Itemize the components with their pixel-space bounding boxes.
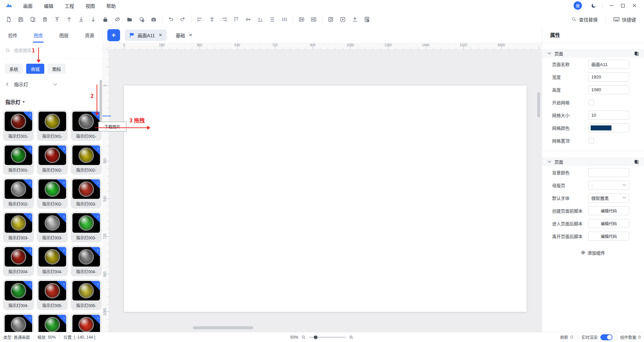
section-header[interactable]: 页面 bbox=[542, 157, 644, 166]
filter-button[interactable]: 商城 bbox=[26, 64, 44, 74]
color-picker[interactable] bbox=[588, 123, 629, 132]
panel-tab-4[interactable]: 资源 bbox=[84, 27, 96, 43]
property-input[interactable] bbox=[588, 168, 629, 177]
gallery-item[interactable]: ↓ bbox=[3, 313, 34, 332]
move-bottom-icon[interactable] bbox=[75, 13, 87, 25]
record-icon[interactable] bbox=[337, 13, 349, 25]
gallery-item[interactable]: ↓ bbox=[71, 313, 102, 332]
add-component-button[interactable]: ⊕ 添加组件 bbox=[542, 245, 644, 260]
doc-tab[interactable]: 基础 ✕ bbox=[171, 30, 197, 41]
copy-section-icon[interactable] bbox=[634, 51, 639, 56]
property-input[interactable] bbox=[588, 60, 629, 69]
menu-item[interactable]: 编辑 bbox=[38, 2, 59, 9]
gallery-section-title[interactable]: 指示灯 ▾ bbox=[0, 98, 102, 105]
gallery-item[interactable]: ↓指示灯001- bbox=[3, 110, 34, 141]
move-down-icon[interactable] bbox=[87, 13, 99, 25]
property-checkbox[interactable] bbox=[588, 100, 594, 105]
dark-mode-icon[interactable] bbox=[589, 3, 599, 8]
doc-tab-active[interactable]: 画面A11 ✕ bbox=[125, 30, 167, 41]
align-hcenter-icon[interactable] bbox=[206, 13, 218, 25]
gallery-item[interactable]: ↓指示灯002- bbox=[3, 178, 34, 209]
canvas-area[interactable]: 03605407209001080 0180360540720900108012… bbox=[102, 43, 542, 332]
property-input[interactable] bbox=[588, 111, 629, 120]
copy-icon[interactable] bbox=[27, 13, 39, 25]
menu-item[interactable]: 工程 bbox=[59, 2, 80, 9]
hide-icon[interactable] bbox=[111, 13, 123, 25]
gallery-item[interactable]: ↓指示灯005- bbox=[37, 279, 68, 310]
align-bottom-icon[interactable] bbox=[254, 13, 266, 25]
refresh-label[interactable]: 刷新 bbox=[560, 334, 568, 340]
distribute-h-icon[interactable] bbox=[278, 13, 290, 25]
redo-icon[interactable] bbox=[177, 13, 189, 25]
distribute-v-icon[interactable] bbox=[266, 13, 278, 25]
panel-tab-1[interactable]: 控件 bbox=[7, 27, 19, 43]
edit-code-button[interactable]: 编辑代码 bbox=[588, 232, 629, 241]
group-add-icon[interactable] bbox=[136, 13, 148, 25]
add-page-button[interactable]: + bbox=[107, 29, 120, 41]
property-select[interactable]: 微软雅黑 bbox=[588, 193, 629, 203]
lock-icon[interactable] bbox=[99, 13, 111, 25]
chevron-left-icon[interactable] bbox=[5, 82, 9, 86]
new-file-icon[interactable] bbox=[3, 13, 15, 25]
user-badge[interactable]: 微 bbox=[574, 1, 582, 10]
maximize-button[interactable] bbox=[617, 1, 629, 10]
undo-icon[interactable] bbox=[165, 13, 177, 25]
realtime-render-toggle[interactable] bbox=[600, 334, 612, 340]
gallery-item[interactable]: ↓指示灯005- bbox=[71, 279, 102, 310]
align-top-icon[interactable] bbox=[230, 13, 242, 25]
zoom-out-icon[interactable] bbox=[302, 335, 306, 340]
canvas-v-scrollbar[interactable] bbox=[537, 92, 540, 117]
panel-left-icon[interactable] bbox=[296, 13, 308, 25]
close-tab-icon[interactable]: ✕ bbox=[189, 33, 193, 38]
refresh-icon[interactable] bbox=[570, 335, 574, 339]
gallery-item[interactable]: ↓指示灯002- bbox=[37, 178, 68, 209]
canvas-h-scrollbar[interactable] bbox=[193, 326, 253, 329]
gallery-item[interactable]: ↓指示灯003- bbox=[71, 178, 102, 209]
publish-icon[interactable] bbox=[349, 13, 361, 25]
gallery-item[interactable]: ↓指示灯003- bbox=[71, 212, 102, 242]
gallery-item[interactable]: ↓指示灯004- bbox=[37, 245, 68, 276]
gallery-item[interactable]: ↓ bbox=[37, 313, 68, 332]
gallery-item[interactable]: ↓指示灯004- bbox=[71, 245, 102, 276]
shortcut-keys-button[interactable]: 快捷键 bbox=[608, 16, 641, 23]
property-input[interactable] bbox=[588, 85, 629, 94]
property-select[interactable]: - bbox=[588, 181, 629, 190]
close-button[interactable] bbox=[629, 1, 640, 10]
search-input[interactable] bbox=[13, 48, 97, 53]
property-input[interactable] bbox=[588, 72, 629, 81]
gallery-item[interactable]: ↓指示灯004- bbox=[3, 245, 34, 276]
filter-button[interactable]: 系统 bbox=[5, 64, 23, 74]
gallery-item[interactable]: ↓指示灯002- bbox=[71, 144, 102, 175]
filter-button[interactable]: 图标 bbox=[48, 64, 66, 74]
gallery-item[interactable]: ↓指示灯002- bbox=[37, 144, 68, 175]
copy-section-icon[interactable] bbox=[634, 160, 639, 164]
design-page[interactable] bbox=[124, 86, 527, 312]
move-top-icon[interactable] bbox=[51, 13, 63, 25]
menu-item[interactable]: 视图 bbox=[80, 2, 101, 9]
menu-item[interactable]: 画面 bbox=[17, 2, 38, 9]
zoom-in-icon[interactable] bbox=[349, 335, 354, 340]
zoom-slider-handle[interactable] bbox=[314, 335, 318, 339]
panel-tab-3[interactable]: 图层 bbox=[58, 27, 70, 43]
close-tab-icon[interactable]: ✕ bbox=[159, 33, 162, 38]
preview-icon[interactable] bbox=[361, 13, 373, 25]
gallery-item[interactable]: 指示灯001- bbox=[37, 110, 68, 141]
align-right-icon[interactable] bbox=[218, 13, 230, 25]
property-checkbox[interactable] bbox=[588, 138, 594, 144]
minimize-button[interactable] bbox=[606, 1, 617, 10]
menu-item[interactable]: 帮助 bbox=[101, 2, 121, 9]
chevron-down-icon[interactable] bbox=[53, 82, 57, 87]
trash-icon[interactable] bbox=[39, 13, 51, 25]
find-replace-button[interactable]: 查找替换 bbox=[566, 16, 603, 23]
screenshot-icon[interactable] bbox=[148, 13, 160, 25]
gallery-item[interactable]: ↓指示灯003- bbox=[3, 212, 34, 242]
gallery-item[interactable]: ↓指示灯004- bbox=[3, 279, 34, 310]
edit-code-button[interactable]: 编辑代码 bbox=[588, 206, 629, 215]
page-refresh-icon[interactable] bbox=[325, 13, 337, 25]
section-header[interactable]: 页面 bbox=[542, 49, 644, 58]
panel-tab-2[interactable]: 图库 bbox=[32, 27, 44, 43]
save-icon[interactable] bbox=[15, 13, 27, 25]
zoom-slider[interactable] bbox=[309, 337, 346, 338]
folder-icon[interactable] bbox=[123, 13, 136, 25]
gallery-item[interactable]: ↓指示灯001- bbox=[3, 144, 34, 175]
